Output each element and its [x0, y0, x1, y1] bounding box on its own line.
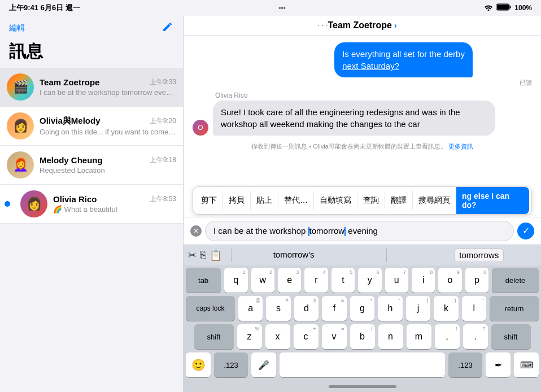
key-k[interactable]: k) — [434, 296, 458, 321]
message-input[interactable]: I can be at the workshop tomorrow evenin… — [205, 221, 514, 241]
key-x[interactable]: x- — [265, 324, 290, 349]
chat-title-chevron: › — [394, 21, 397, 30]
cut-button[interactable]: 剪下 — [195, 191, 223, 210]
key-space[interactable] — [280, 352, 445, 377]
chat-title[interactable]: Team Zoetrope › — [328, 20, 396, 31]
key-y[interactable]: y6 — [358, 268, 381, 293]
cut-tool[interactable]: ✂ — [188, 249, 197, 262]
key-b[interactable]: b/ — [350, 324, 375, 349]
key-l[interactable]: l' — [462, 296, 486, 321]
compose-button[interactable] — [162, 20, 174, 36]
key-a[interactable]: a@ — [238, 296, 263, 321]
key-v[interactable]: v= — [322, 324, 347, 349]
key-u[interactable]: u7 — [385, 268, 408, 293]
send-button[interactable]: ✓ — [517, 223, 534, 239]
battery-percent: 100% — [514, 4, 532, 12]
paste-tool[interactable]: 📋 — [210, 249, 222, 262]
sent-bubble: Is everything all set for the derby next… — [334, 42, 473, 77]
key-p[interactable]: p0 — [465, 268, 488, 293]
key-tab[interactable]: tab — [186, 268, 221, 293]
key-z[interactable]: z% — [237, 324, 262, 349]
keyboard-row-3: shift z% x- c+ v= b/ n; m: ,! .? shift — [186, 324, 539, 349]
key-j[interactable]: j( — [406, 296, 430, 321]
key-h[interactable]: h" — [378, 296, 402, 321]
suggestion-2[interactable]: tomorrows — [454, 249, 504, 262]
status-time: 上午9:41 6月6日 週一 — [9, 3, 80, 13]
info-link[interactable]: 更多資訊 — [448, 143, 473, 150]
key-e[interactable]: e3 — [278, 268, 301, 293]
chat-header: ··· Team Zoetrope › — [184, 16, 541, 36]
typed-text-end: evening — [346, 226, 378, 236]
paste-button[interactable]: 貼上 — [251, 191, 278, 210]
copy-tool[interactable]: ⎘ — [200, 249, 206, 262]
key-numeric-left[interactable]: .123 — [214, 352, 248, 377]
typing-area: ✕ I can be at the workshop tomorrow even… — [184, 217, 541, 245]
conv-preview: 🌈 What a beautiful — [53, 205, 176, 214]
conv-name: Olivia與Melody — [40, 116, 101, 127]
keyboard-row-2: caps lock a@ s# d$ f& g* h" j( k) l' ret… — [186, 296, 539, 321]
key-q[interactable]: q1 — [224, 268, 247, 293]
keyboard-row-1: tab q1 w2 e3 r4 t5 y6 u7 i8 o9 p0 delete — [186, 268, 539, 293]
key-shift-right[interactable]: shift — [491, 324, 531, 349]
key-i[interactable]: i8 — [412, 268, 435, 293]
translate-button[interactable]: 翻譯 — [385, 191, 413, 210]
sidebar-header: 編輯 — [0, 16, 183, 38]
key-s[interactable]: s# — [266, 296, 290, 321]
conversation-item-team-zoetrope[interactable]: 🎬 Team Zoetrope 上午9:33 I can be at the w… — [0, 68, 183, 107]
avatar-melody-cheung: 👩‍🦰 — [7, 151, 34, 178]
chat-area: ··· Team Zoetrope › Is everything all se… — [184, 16, 541, 392]
key-n[interactable]: n; — [378, 324, 403, 349]
svg-rect-2 — [510, 6, 511, 8]
key-o[interactable]: o9 — [438, 268, 461, 293]
read-receipt: 已讀 — [334, 79, 532, 87]
sent-message: Is everything all set for the derby next… — [193, 42, 532, 87]
key-shift-left[interactable]: shift — [194, 324, 234, 349]
wifi-icon — [484, 4, 493, 12]
header-dots: ··· — [317, 20, 330, 31]
conversation-item-melody-cheung[interactable]: 👩‍🦰 Melody Cheung 上午9:18 Requested Locat… — [0, 146, 183, 185]
key-delete[interactable]: delete — [492, 268, 539, 293]
context-toolbar: 剪下 拷貝 貼上 替代… 自動填寫 查詢 翻譯 搜尋網頁 ng else I c… — [193, 186, 532, 215]
typed-text-after: tomorrow — [309, 226, 345, 236]
replace-button[interactable]: 替代… — [278, 191, 314, 210]
key-d[interactable]: d$ — [294, 296, 319, 321]
received-content: Olivia Rico Sure! I took care of all the… — [213, 92, 495, 136]
key-comma[interactable]: ,! — [435, 324, 460, 349]
key-m[interactable]: m: — [407, 324, 431, 349]
key-c[interactable]: c+ — [294, 324, 319, 349]
key-w[interactable]: w2 — [251, 268, 274, 293]
copy-button[interactable]: 拷貝 — [223, 191, 251, 210]
key-caps-lock[interactable]: caps lock — [186, 296, 235, 321]
status-indicators: 100% — [484, 3, 532, 12]
edit-button[interactable]: 編輯 — [9, 23, 25, 33]
key-g[interactable]: g* — [350, 296, 374, 321]
key-t[interactable]: t5 — [331, 268, 355, 293]
sidebar-title: 訊息 — [0, 38, 183, 68]
message-link[interactable]: next Saturday? — [342, 61, 399, 71]
key-keyboard[interactable]: ⌨ — [514, 352, 539, 377]
key-emoji[interactable]: 🙂 — [186, 352, 211, 377]
search-web-button[interactable]: 搜尋網頁 — [413, 191, 456, 210]
conv-content-olivia-rico: Olivia Rico 上午8:53 🌈 What a beautiful — [53, 194, 176, 214]
conv-content-melody-cheung: Melody Cheung 上午9:18 Requested Location — [40, 155, 176, 175]
key-mic[interactable]: 🎤 — [251, 352, 276, 377]
key-return[interactable]: return — [490, 296, 539, 321]
suggestion-1[interactable]: tomorrow's — [269, 249, 319, 262]
conv-preview: I can be at the workshop tomorrow evenin… — [40, 88, 176, 97]
avatar-team-zoetrope: 🎬 — [7, 73, 34, 101]
more-button[interactable]: ng else I can do? — [456, 187, 529, 214]
clear-button[interactable]: ✕ — [190, 225, 202, 237]
key-r[interactable]: r4 — [304, 268, 328, 293]
conv-preview: Requested Location — [40, 166, 176, 175]
key-f[interactable]: f& — [322, 296, 346, 321]
conversation-item-olivia-melody[interactable]: 👩 Olivia與Melody 上午9:20 Going on this rid… — [0, 107, 183, 146]
lookup-button[interactable]: 查詢 — [357, 191, 385, 210]
key-period[interactable]: .? — [463, 324, 488, 349]
conv-name: Melody Cheung — [40, 155, 103, 165]
conv-preview: Going on this ride... if you want to com… — [40, 128, 176, 136]
key-scribble[interactable]: ✒ — [486, 352, 511, 377]
conversation-item-olivia-rico[interactable]: 👩 Olivia Rico 上午8:53 🌈 What a beautiful — [0, 185, 183, 224]
autofill-button[interactable]: 自動填寫 — [314, 191, 357, 210]
home-bar — [184, 381, 541, 392]
key-numeric-right[interactable]: .123 — [448, 352, 482, 377]
